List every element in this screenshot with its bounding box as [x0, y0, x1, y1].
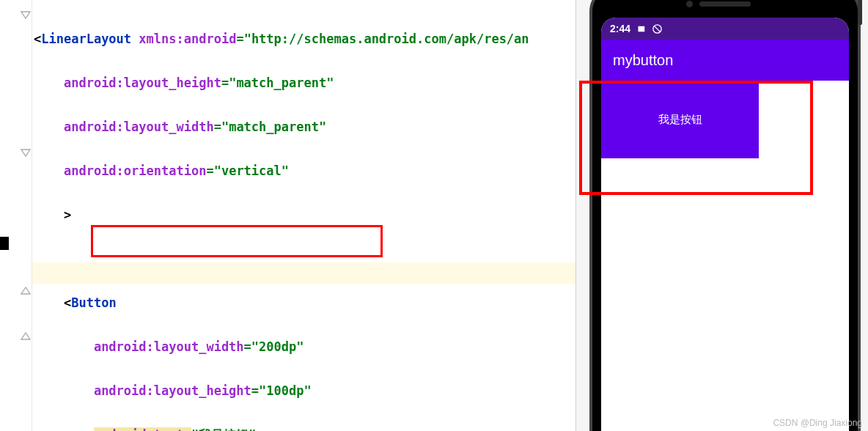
code-line[interactable]: android:layout_height="100dp"	[34, 380, 529, 402]
code-line[interactable]: android:layout_width="200dp"	[34, 336, 529, 358]
phone-power-button[interactable]	[858, 0, 862, 25]
app-content-area: 我是按钮	[601, 81, 849, 431]
phone-speaker	[699, 1, 751, 7]
fold-marker-icon[interactable]	[21, 330, 31, 339]
demo-button[interactable]: 我是按钮	[601, 81, 759, 158]
code-line[interactable]: android:layout_height="match_parent"	[34, 72, 529, 94]
fold-marker-icon[interactable]	[21, 284, 31, 293]
status-bar: 2:44	[601, 18, 849, 40]
code-line[interactable]: <LinearLayout xmlns:android="http://sche…	[34, 28, 529, 50]
code-content[interactable]: <LinearLayout xmlns:android="http://sche…	[34, 6, 529, 431]
code-line[interactable]	[34, 248, 529, 270]
app-bar: mybutton	[601, 40, 849, 81]
phone-frame: 2:44 mybutton 我是按钮	[589, 0, 861, 431]
fold-marker-icon[interactable]	[21, 147, 31, 155]
svg-rect-0	[639, 26, 645, 32]
watermark: CSDN @Ding Jiaxiong	[773, 418, 862, 428]
code-line[interactable]: android:orientation="vertical"	[34, 160, 529, 182]
phone-screen[interactable]: 2:44 mybutton 我是按钮	[601, 18, 849, 431]
code-line[interactable]: android:text="我是按钮"	[34, 424, 529, 431]
emulator-panel: 2:44 mybutton 我是按钮	[575, 0, 868, 431]
app-title: mybutton	[613, 52, 673, 69]
phone-camera	[686, 1, 693, 7]
no-sim-icon	[652, 23, 663, 34]
battery-icon	[636, 23, 647, 34]
code-line[interactable]: >	[34, 204, 529, 226]
cursor-indicator	[0, 237, 9, 250]
code-line[interactable]: android:layout_width="match_parent"	[34, 116, 529, 138]
code-editor-panel: <LinearLayout xmlns:android="http://sche…	[0, 0, 575, 431]
fold-marker-icon[interactable]	[21, 9, 31, 18]
status-time: 2:44	[610, 23, 630, 34]
code-line[interactable]: <Button	[34, 292, 529, 314]
editor-gutter	[0, 0, 32, 431]
demo-button-label: 我是按钮	[658, 113, 702, 127]
